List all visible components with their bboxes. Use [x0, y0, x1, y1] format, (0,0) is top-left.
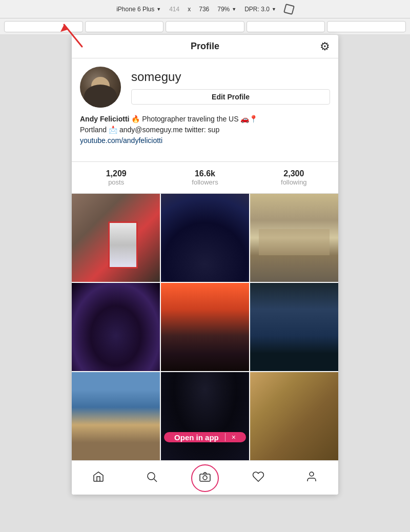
browser-toolbar: iPhone 6 Plus ▼ 414 x 736 79% ▼ DPR: 3.0…: [0, 0, 410, 18]
device-dropdown-arrow: ▼: [156, 7, 161, 12]
grid-photo-7[interactable]: [72, 372, 160, 460]
bio-line2: Portland 📩 andy@someguy.me twitter: sup: [80, 126, 219, 134]
address-segment-3: [166, 21, 244, 32]
address-segment-5: [327, 21, 406, 32]
ig-header-title: Profile: [191, 41, 219, 52]
ig-bio: Andy Feliciotti 🔥 Photographer traveling…: [80, 114, 330, 146]
device-selector[interactable]: iPhone 6 Plus ▼: [116, 6, 161, 13]
grid-photo-5[interactable]: [161, 283, 249, 371]
phone-frame: Profile ⚙ someguy Edit Profile Andy Feli…: [72, 35, 338, 495]
open-in-app-close[interactable]: ×: [232, 433, 236, 441]
ig-profile-section: someguy Edit Profile Andy Feliciotti 🔥 P…: [72, 58, 338, 157]
nav-search[interactable]: [140, 467, 163, 489]
bio-text: 🔥 Photographer traveling the US 🚗📍: [131, 115, 258, 123]
open-in-app-label: Open in app: [174, 433, 219, 442]
dpr-info: DPR: 3.0 ▼: [244, 6, 276, 13]
address-bar-row: [0, 18, 410, 35]
dimension-y: 736: [199, 6, 209, 13]
zoom-dropdown-arrow: ▼: [232, 7, 236, 12]
grid-photo-4[interactable]: [72, 283, 160, 371]
dimension-separator: x: [188, 6, 191, 13]
device-info: iPhone 6 Plus ▼ 414 x 736 79% ▼ DPR: 3.0…: [116, 5, 294, 14]
address-segment-2: [85, 21, 164, 32]
rotate-icon[interactable]: [283, 3, 295, 14]
stat-following[interactable]: 2,300 following: [250, 169, 338, 186]
avatar: [80, 67, 121, 108]
nav-profile[interactable]: [300, 467, 323, 489]
grid-photo-6[interactable]: [250, 283, 338, 371]
followers-count: 16.6k: [160, 169, 249, 178]
heart-icon: [252, 470, 264, 486]
nav-activity[interactable]: [247, 467, 270, 489]
edit-profile-button[interactable]: Edit Profile: [131, 89, 330, 105]
ig-header: Profile ⚙: [72, 35, 338, 58]
ig-profile-right: someguy Edit Profile: [131, 70, 330, 105]
ig-bottom-nav: [72, 460, 338, 495]
avatar-image: [80, 67, 121, 108]
separator-1: 414: [169, 6, 179, 13]
address-segment-4: [247, 21, 325, 32]
bio-link[interactable]: youtube.com/andyfeliciotti: [80, 136, 162, 145]
search-icon: [146, 470, 158, 486]
home-icon: [92, 470, 105, 486]
following-label: following: [250, 178, 338, 186]
grid-photo-9[interactable]: [250, 372, 338, 460]
zoom-value: 79%: [217, 6, 230, 13]
open-in-app-banner[interactable]: Open in app ×: [164, 432, 246, 442]
grid-photo-1[interactable]: [72, 194, 160, 282]
nav-home[interactable]: [87, 467, 110, 489]
dpr-dropdown-arrow: ▼: [272, 7, 276, 12]
followers-label: followers: [160, 178, 249, 186]
profile-icon: [305, 470, 318, 486]
device-name: iPhone 6 Plus: [116, 6, 154, 13]
posts-label: posts: [72, 178, 160, 186]
address-segment-1: [4, 21, 83, 32]
banner-divider: [225, 433, 225, 441]
svg-point-2: [148, 473, 155, 480]
username: someguy: [131, 70, 330, 84]
svg-point-6: [310, 472, 314, 476]
grid-photo-3[interactable]: [250, 194, 338, 282]
settings-icon[interactable]: ⚙: [320, 40, 330, 53]
bio-name: Andy Feliciotti: [80, 115, 129, 123]
posts-count: 1,209: [72, 169, 160, 178]
nav-camera[interactable]: [194, 467, 216, 489]
ig-stats-bar: 1,209 posts 16.6k followers 2,300 follow…: [72, 161, 338, 194]
zoom-control[interactable]: 79% ▼: [217, 6, 236, 13]
following-count: 2,300: [250, 169, 338, 178]
stat-followers[interactable]: 16.6k followers: [160, 169, 249, 186]
ig-profile-top: someguy Edit Profile: [80, 67, 330, 108]
ig-photo-grid: [72, 194, 338, 460]
dpr-label: DPR: 3.0: [244, 6, 270, 13]
camera-circle: [191, 464, 219, 492]
grid-photo-2[interactable]: [161, 194, 249, 282]
svg-line-3: [154, 479, 157, 482]
grid-photo-8[interactable]: [161, 372, 249, 460]
stat-posts: 1,209 posts: [72, 169, 160, 186]
